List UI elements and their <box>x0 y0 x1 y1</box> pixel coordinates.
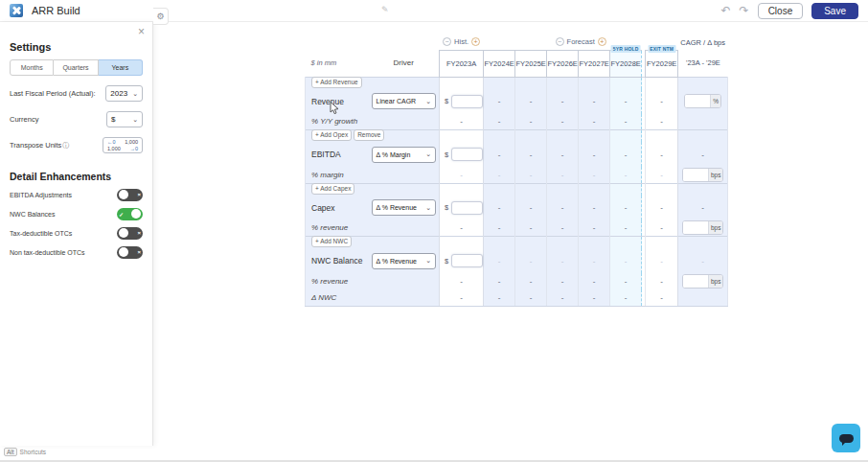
toggle-ebitda-adjustments[interactable]: × <box>117 189 143 201</box>
fy2029-cell: - <box>646 89 678 114</box>
capex-driver-select[interactable]: Δ % Revenue⌄ <box>372 199 437 216</box>
undo-icon[interactable]: ↶ <box>721 5 731 16</box>
add-revenue-button[interactable]: + Add Revenue <box>311 77 362 88</box>
nwc-balance-hist-input[interactable] <box>451 254 483 267</box>
value-dash: - <box>498 117 501 126</box>
close-button[interactable]: Close <box>758 3 804 19</box>
close-panel-icon[interactable]: × <box>138 26 145 37</box>
value-dash: - <box>625 223 628 232</box>
ebitda-driver-select[interactable]: Δ % Margin⌄ <box>372 147 437 163</box>
forecast-cell: - <box>515 248 547 273</box>
forecast-cell: - <box>579 248 610 273</box>
toggle-nwc-balances[interactable]: ✓ <box>117 208 143 220</box>
column-header-fy2028e: FY2028E5YR HOLD <box>610 50 642 77</box>
collapse-icon[interactable]: − <box>443 37 451 46</box>
period-tab-years[interactable]: Years <box>99 59 143 76</box>
settings-panel: × Settings MonthsQuartersYears Last Fisc… <box>0 22 153 446</box>
x-icon: × <box>137 230 141 236</box>
save-button[interactable]: Save <box>811 3 858 19</box>
forecast-cell: - <box>610 248 642 273</box>
forecast-cell: - <box>610 89 642 114</box>
top-bar: ARR Build ✎ ↶ ↷ Close Save <box>0 0 868 22</box>
currency-prefix: $ <box>445 150 448 159</box>
forecast-cell: - <box>484 196 515 220</box>
section-button-row: + Add Capex <box>306 183 728 196</box>
add-opex-button[interactable]: + Add Opex <box>311 129 352 141</box>
ebitda-hist-input[interactable] <box>451 148 483 161</box>
revenue-cagr-input[interactable] <box>685 95 710 107</box>
revenue-cagr-input-group: bps <box>682 274 723 289</box>
driver-cell <box>369 273 440 289</box>
period-tab-months[interactable]: Months <box>10 59 54 76</box>
expand-icon[interactable]: + <box>598 37 606 46</box>
value-dash: - <box>593 277 596 286</box>
value-dash: - <box>498 277 501 286</box>
table-cell <box>610 130 642 143</box>
fiscal-period-select[interactable]: 2023 ⌄ <box>105 85 143 102</box>
edit-title-icon[interactable]: ✎ <box>381 5 389 14</box>
add-buttons: + Add Capex <box>311 183 439 195</box>
value-dash: - <box>593 171 596 179</box>
section-button-cell: + Add NWC <box>306 237 440 249</box>
value-dash: - <box>660 171 663 179</box>
detail-enhancements-title: Detail Enhancements <box>10 171 143 182</box>
redo-icon[interactable]: ↷ <box>740 5 749 16</box>
hold-badge: 5YR HOLD <box>611 45 641 53</box>
toggle-non-tax-deductible-otcs[interactable]: × <box>117 246 143 259</box>
collapse-icon[interactable]: − <box>556 37 564 46</box>
table-cell <box>610 77 642 89</box>
margin-cagr-input[interactable] <box>683 169 708 181</box>
cagr-cell: - <box>678 196 728 220</box>
forecast-cell: - <box>484 142 515 167</box>
shortcut-hint-label: Shortcuts <box>20 449 46 455</box>
info-icon[interactable]: ⓘ <box>62 142 69 149</box>
revenue-hist-input[interactable] <box>451 95 483 108</box>
nwc-balance-driver-select[interactable]: Δ % Revenue⌄ <box>372 253 437 269</box>
remove-button[interactable]: Remove <box>354 129 384 141</box>
add-capex-button[interactable]: + Add Capex <box>311 183 354 195</box>
table-cell <box>579 237 610 249</box>
toggle-knob <box>119 190 128 199</box>
toggle-knob <box>119 247 128 257</box>
revenue-driver-select[interactable]: Linear CAGR⌄ <box>372 93 437 109</box>
value-dash: - <box>593 257 596 266</box>
forecast-cell: - <box>610 142 642 167</box>
value-dash: - <box>530 223 533 232</box>
table-section: + Add RevenueRevenueLinear CAGR⌄$------%… <box>306 77 728 130</box>
driver-cell: Δ % Revenue⌄ <box>369 248 440 273</box>
table-cell <box>440 183 484 196</box>
cagr-column-header: '23A - '29E <box>678 50 728 77</box>
transpose-units-button[interactable]: ←0 1,000 1,000 →0 <box>103 137 143 153</box>
unit-suffix: bps <box>708 275 722 288</box>
period-tab-quarters[interactable]: Quarters <box>54 59 98 76</box>
toggle-label: EBITDA Adjustments <box>10 192 72 198</box>
chat-launcher-button[interactable] <box>832 424 860 452</box>
unit-suffix: % <box>710 95 720 107</box>
panel-settings-tab[interactable]: ⚙ <box>153 8 169 25</box>
revenue-cagr-input[interactable] <box>683 275 708 288</box>
hist-input-group: $ <box>440 95 483 108</box>
model-table: −Hist.+−Forecast+CAGR / Δ bps$ in mmDriv… <box>305 35 728 307</box>
row-label-y-y-growth: % Y/Y growth <box>311 117 357 126</box>
add-nwc-button[interactable]: + Add NWC <box>311 236 352 247</box>
capex-hist-input[interactable] <box>451 201 483 215</box>
value-dash: - <box>660 277 663 286</box>
column-header-row: $ in mmDriverFY2023AFY2024EFY2025EFY2026… <box>306 50 728 77</box>
app-logo-icon <box>10 4 23 17</box>
currency-select[interactable]: $ ⌄ <box>106 111 143 127</box>
fiscal-period-label: Last Fiscal Period (Actual): <box>10 89 96 98</box>
hist-cell: $ <box>440 89 484 114</box>
table-cell <box>678 130 728 143</box>
value-dash: - <box>593 97 596 105</box>
chat-bubble-icon <box>839 434 854 443</box>
section-button-cell: + Add OpexRemove <box>306 130 440 143</box>
settings-title: Settings <box>10 41 143 53</box>
driver-cell <box>369 114 440 130</box>
revenue-cagr-input[interactable] <box>683 221 708 234</box>
column-header-fy2024e: FY2024E <box>484 50 515 77</box>
toggle-tax-deductible-otcs[interactable]: × <box>117 227 143 240</box>
table-cell <box>547 130 579 143</box>
expand-icon[interactable]: + <box>471 37 480 46</box>
forecast-cell: - <box>610 167 642 183</box>
forecast-cell: - <box>484 167 515 183</box>
